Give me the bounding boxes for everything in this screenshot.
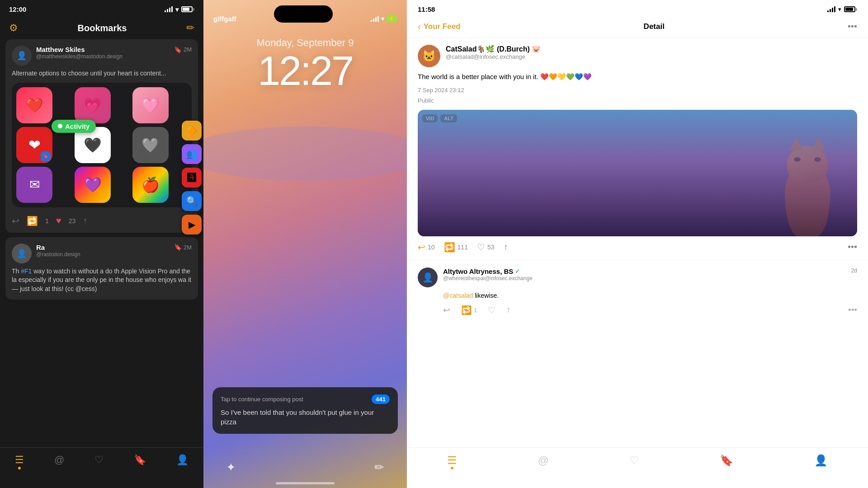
wifi-icon-1: ▾ xyxy=(175,6,179,13)
app-icon-mail: ✉ xyxy=(16,167,52,203)
reply-reply-button[interactable]: ↩ xyxy=(443,305,450,315)
timeline-icon: ☰ xyxy=(15,454,24,466)
like-action[interactable]: ♡ 53 xyxy=(477,242,495,253)
post-text-2: Th #F1 way to watch is without a do th A… xyxy=(12,267,192,294)
activity-badge: Activity xyxy=(52,120,96,133)
verified-badge: ✓ xyxy=(515,267,520,275)
ls-signal-bars xyxy=(371,16,379,22)
main-post-header: 🐱 CatSalad🐐🌿 (D.Burch) 🐷 @catsalad@infos… xyxy=(418,45,857,67)
like-button-1[interactable]: ♥ xyxy=(56,216,61,226)
share-action[interactable]: ↑ xyxy=(504,242,508,252)
reply-mention[interactable]: @catsalad xyxy=(443,292,473,299)
detail-title: Detail xyxy=(644,22,665,31)
boost-count: 111 xyxy=(458,244,468,251)
feed-battery xyxy=(844,6,857,12)
notification-count: 441 xyxy=(372,394,390,404)
reply-action[interactable]: ↩ 10 xyxy=(418,242,435,253)
app-icon-spectrum: 💜 xyxy=(75,167,111,203)
panel-bookmarks: 12:00 ▾ ⚙ Bookmarks ✏ 👤 xyxy=(0,0,203,488)
post-text-1: Alternate options to choose until your h… xyxy=(12,69,192,78)
media-overlay xyxy=(418,110,857,236)
like-count: 53 xyxy=(487,244,495,251)
lockscreen-wave xyxy=(203,127,407,181)
settings-icon[interactable]: ⚙ xyxy=(9,22,18,34)
feed-nav-left: ‹ Your Feed xyxy=(418,21,461,32)
post-header-2: 👤 Ra 🔖 2M @rastodon.design xyxy=(12,244,192,263)
post-media[interactable]: VID ALT xyxy=(418,110,857,236)
avatar-1: 👤 xyxy=(12,46,32,66)
panel-lockscreen: giffgaff ▾ ⚡ Monday, September 9 12:27 T… xyxy=(203,0,407,488)
your-feed-link[interactable]: Your Feed xyxy=(424,22,461,31)
feed-tab-bookmarks[interactable]: 🔖 xyxy=(720,454,733,467)
signal-bar xyxy=(827,10,829,12)
tab-bookmarks[interactable]: 🔖 xyxy=(134,454,146,466)
feed-at-icon: @ xyxy=(538,454,548,467)
reply-handle: @whereisthespai@infosec.exchange xyxy=(443,275,533,282)
feed-tab-profile[interactable]: 👤 xyxy=(814,454,828,467)
boost-button-1[interactable]: 🔁 xyxy=(27,216,38,226)
reply-count: 10 xyxy=(428,244,435,251)
main-post-meta: CatSalad🐐🌿 (D.Burch) 🐷 @catsalad@infosec… xyxy=(446,45,541,60)
post-visibility: Public xyxy=(418,96,857,104)
reply-actions: ↩ 🔁 1 ♡ ↑ ••• xyxy=(443,305,857,315)
reply-button-1[interactable]: ↩ xyxy=(12,216,19,226)
lockscreen-notification[interactable]: Tap to continue composing post 441 So I'… xyxy=(212,387,398,434)
app-icon-heart-light: 🩷 xyxy=(132,87,169,123)
share-button-1[interactable]: ↑ xyxy=(83,216,87,226)
reply-more-button[interactable]: ••• xyxy=(848,305,857,315)
bookmarks-title: Bookmarks xyxy=(78,23,127,33)
signal-bar xyxy=(832,8,833,12)
drawer-icon-red: 🅰 xyxy=(182,168,202,188)
battery-1 xyxy=(181,6,194,12)
app-icon-heart-pink: 💗 xyxy=(75,87,111,123)
status-icons-1: ▾ xyxy=(165,6,194,13)
app-grid: ❤️ 💗 🩷 ❤ 🔖 🖤 🩶 ✉ 💜 🍎 xyxy=(16,87,187,203)
drawer-icon-orange: 🔶 xyxy=(182,121,202,141)
reply-boost-button[interactable]: 🔁 1 xyxy=(461,305,477,315)
signal-bars-1 xyxy=(165,6,173,12)
notification-top: Tap to continue composing post 441 xyxy=(221,394,390,404)
main-post: 🐱 CatSalad🐐🌿 (D.Burch) 🐷 @catsalad@infos… xyxy=(407,38,868,260)
tab-mentions[interactable]: @ xyxy=(54,454,64,466)
back-chevron[interactable]: ‹ xyxy=(418,21,421,32)
reply-boost-count: 1 xyxy=(474,307,477,314)
feed-tab-timeline[interactable]: ☰ xyxy=(447,454,457,467)
battery-tip xyxy=(193,8,194,11)
feed-heart-icon: ♡ xyxy=(629,454,639,467)
reply-post: 👤 Altytwo Altryness, BS ✓ @whereisthespa… xyxy=(407,260,868,323)
status-bar-1: 12:00 ▾ xyxy=(0,0,203,19)
f1-link: #F1 xyxy=(21,267,32,275)
tab-profile[interactable]: 👤 xyxy=(176,454,189,466)
reply-like-button[interactable]: ♡ xyxy=(488,305,495,315)
tab-likes[interactable]: ♡ xyxy=(94,454,104,466)
signal-bar xyxy=(377,16,379,22)
avatar-2: 👤 xyxy=(12,244,32,263)
battery-tip-feed xyxy=(856,8,857,11)
post-more-action[interactable]: ••• xyxy=(848,242,857,252)
at-icon: @ xyxy=(54,454,64,466)
profile-icon: 👤 xyxy=(176,454,189,466)
app-icon-heart-gray: 🩶 xyxy=(132,127,169,163)
reply-text: @catsalad likewise. xyxy=(443,291,857,300)
tab-timeline[interactable]: ☰ xyxy=(15,454,24,466)
feed-more-button[interactable]: ••• xyxy=(848,21,857,32)
compose-icon[interactable]: ✏ xyxy=(186,22,194,34)
app-drawer: 🔶 👥 🅰 🔍 ▶ xyxy=(182,121,202,235)
reply-share-button[interactable]: ↑ xyxy=(506,305,511,315)
like-count-1: 23 xyxy=(69,217,76,225)
boost-action[interactable]: 🔁 111 xyxy=(444,242,468,253)
feed-tab-likes[interactable]: ♡ xyxy=(629,454,639,467)
battery-fill-feed xyxy=(845,8,853,11)
activity-dot xyxy=(58,124,62,128)
post-timestamp: 7 Sep 2024 23:12 xyxy=(418,87,464,94)
bookmark-icon-2: 🔖 xyxy=(174,244,182,251)
flashlight-button[interactable]: ✦ xyxy=(226,460,236,474)
camera-button[interactable]: ✏ xyxy=(374,460,384,474)
app-icon-heart-red: ❤ 🔖 xyxy=(16,127,52,163)
signal-bar xyxy=(830,9,831,12)
feed-tab-mentions[interactable]: @ xyxy=(538,454,548,467)
post-meta-1: Matthew Skiles 🔖 2M @matthewskiles@masto… xyxy=(36,46,192,60)
lockscreen-status-bar: giffgaff ▾ ⚡ xyxy=(203,0,407,37)
ls-wifi-icon: ▾ xyxy=(381,15,384,22)
feed-tab-dot xyxy=(451,467,453,469)
